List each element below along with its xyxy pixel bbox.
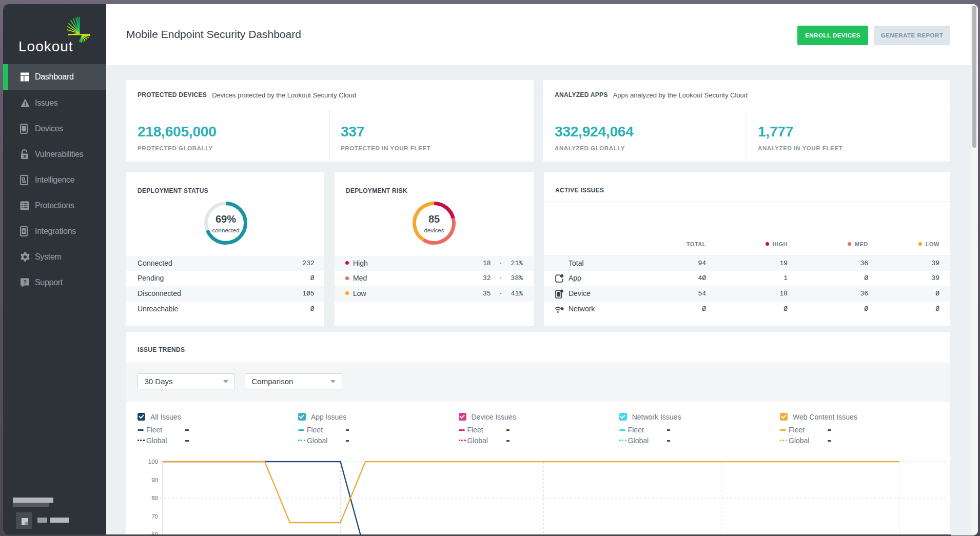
svg-text:70: 70 <box>151 513 158 520</box>
svg-text:?: ? <box>23 279 27 285</box>
svg-text:90: 90 <box>151 477 158 483</box>
